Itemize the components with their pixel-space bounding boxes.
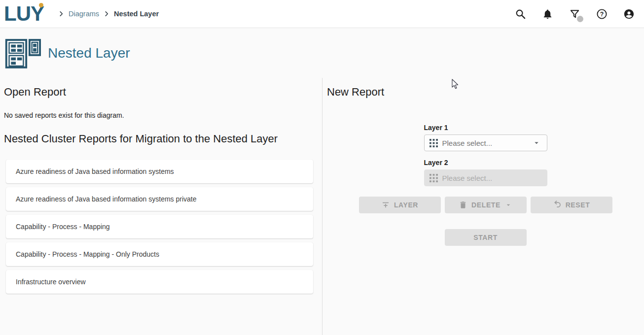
page-title-row: Nested Layer	[0, 28, 644, 78]
grid-apps-icon	[429, 174, 438, 182]
layer-button: LAYER	[359, 197, 441, 213]
breadcrumb-current-page: Nested Layer	[114, 10, 159, 18]
content-columns: Open Report No saved reports exist for t…	[0, 78, 644, 335]
layer2-label: Layer 2	[424, 159, 547, 167]
new-report-heading: New Report	[327, 86, 644, 99]
layer1-placeholder: Please select...	[442, 139, 493, 147]
nested-cluster-reports-heading: Nested Cluster Reports for Migration to …	[4, 133, 313, 145]
breadcrumb: Diagrams Nested Layer	[58, 10, 159, 18]
no-saved-reports-message: No saved reports exist for this diagram.	[4, 111, 313, 119]
layer2-placeholder: Please select...	[442, 174, 493, 182]
report-list: Azure readiness of Java based informatio…	[4, 160, 313, 294]
report-card-label: Capability - Process - Mapping	[16, 223, 110, 231]
report-card-label: Azure readiness of Java based informatio…	[16, 195, 197, 203]
report-action-buttons: LAYER DELETE RESET	[327, 197, 644, 213]
open-report-section: Open Report No saved reports exist for t…	[0, 78, 322, 335]
layer1-label: Layer 1	[424, 124, 547, 132]
reset-button: RESET	[531, 197, 612, 213]
report-card[interactable]: Capability - Process - Mapping	[6, 215, 313, 238]
report-card[interactable]: Azure readiness of Java based informatio…	[6, 187, 313, 211]
report-card[interactable]: Azure readiness of Java based informatio…	[6, 160, 313, 183]
new-report-form: Layer 1 Please select... Layer 2	[424, 124, 547, 186]
report-card[interactable]: Infrastructure overview	[6, 270, 313, 294]
report-card-label: Azure readiness of Java based informatio…	[16, 168, 174, 175]
caret-down-icon	[532, 138, 541, 147]
layer2-select: Please select...	[424, 169, 547, 186]
report-card-label: Infrastructure overview	[16, 278, 86, 286]
help-icon[interactable]: ?	[595, 7, 608, 20]
new-report-section: New Report Layer 1 Please select... Laye…	[322, 78, 644, 335]
nested-layer-icon	[3, 37, 41, 69]
chevron-right-icon	[58, 10, 65, 17]
notifications-bell-icon[interactable]	[541, 7, 554, 20]
trash-icon	[459, 201, 467, 209]
open-report-heading: Open Report	[4, 86, 313, 99]
luy-logo-text: LUY	[4, 2, 44, 25]
report-card[interactable]: Capability - Process - Mapping - Only Pr…	[6, 242, 313, 266]
chevron-right-icon	[103, 10, 110, 17]
svg-text:?: ?	[600, 10, 604, 17]
page-title: Nested Layer	[48, 45, 130, 61]
add-layer-icon	[381, 201, 390, 209]
luy-logo-dot	[39, 3, 43, 7]
report-card-label: Capability - Process - Mapping - Only Pr…	[16, 250, 159, 258]
layer-button-label: LAYER	[394, 201, 418, 209]
reset-button-label: RESET	[566, 201, 590, 209]
filter-funnel-icon[interactable]	[568, 7, 581, 20]
search-icon[interactable]	[514, 7, 527, 20]
delete-button-label: DELETE	[471, 201, 501, 209]
caret-down-icon	[504, 201, 512, 209]
filter-badge	[577, 16, 583, 22]
grid-apps-icon	[429, 139, 438, 147]
header-actions: ?	[514, 7, 635, 20]
breadcrumb-diagrams-link[interactable]: Diagrams	[69, 10, 99, 18]
undo-reset-icon	[553, 201, 562, 209]
start-row: START	[327, 229, 644, 246]
start-button: START	[445, 229, 527, 246]
start-button-label: START	[473, 234, 498, 241]
layer1-select[interactable]: Please select...	[424, 134, 547, 151]
delete-button: DELETE	[445, 197, 527, 213]
luy-logo[interactable]: LUY	[4, 3, 47, 24]
account-icon[interactable]	[622, 7, 635, 20]
app-header: LUY Diagrams Nested Layer ?	[0, 0, 644, 28]
